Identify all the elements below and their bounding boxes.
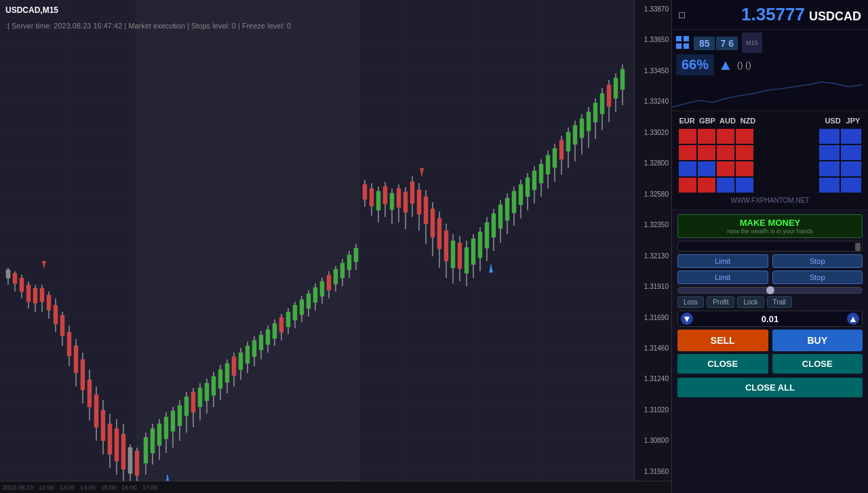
price-level: 1.33650 xyxy=(637,36,669,43)
stop-button-1[interactable]: Stop xyxy=(772,254,863,268)
svg-rect-168 xyxy=(465,248,469,273)
svg-rect-78 xyxy=(171,411,175,431)
matrix-cell xyxy=(679,161,696,176)
lot-decrease-button[interactable]: ▼ xyxy=(681,313,693,325)
svg-rect-88 xyxy=(205,383,209,401)
svg-rect-62 xyxy=(121,434,125,469)
svg-rect-98 xyxy=(239,353,243,370)
tp-slider[interactable] xyxy=(677,287,863,294)
matrix-cell xyxy=(841,178,861,193)
lot-size-row: ▼ 0.01 ▲ xyxy=(677,311,863,327)
profit-button[interactable]: Profit xyxy=(707,296,734,308)
limit-button-1[interactable]: Limit xyxy=(677,254,768,268)
buy-button[interactable]: BUY xyxy=(772,330,863,351)
svg-rect-178 xyxy=(498,205,502,229)
loss-button[interactable]: Loss xyxy=(677,296,704,308)
time-label-1: 2023.08.23 xyxy=(3,484,33,491)
svg-rect-174 xyxy=(485,222,489,248)
close-row: CLOSE CLOSE xyxy=(677,354,863,374)
svg-rect-102 xyxy=(252,340,256,357)
curr-label-aud: AUD xyxy=(719,117,736,125)
matrix-cell xyxy=(698,161,715,176)
matrix-cell xyxy=(841,145,861,160)
svg-rect-148 xyxy=(397,189,401,208)
svg-rect-142 xyxy=(376,191,380,210)
matrix-cell xyxy=(679,129,696,144)
svg-rect-92 xyxy=(218,370,222,389)
order-row-2: Limit Stop xyxy=(677,271,863,284)
time-axis: 2023.08.23 12:00 13:00 14:00 15:00 16:00… xyxy=(0,481,671,493)
stop-button-2[interactable]: Stop xyxy=(772,271,863,284)
matrix-cell xyxy=(736,129,753,144)
svg-rect-192 xyxy=(546,155,550,174)
bid-value: 85 xyxy=(694,37,715,50)
lock-button[interactable]: Lock xyxy=(737,296,764,308)
svg-rect-34 xyxy=(33,288,37,303)
svg-rect-140 xyxy=(370,189,374,206)
svg-rect-160 xyxy=(437,218,441,249)
price-level: 1.33240 xyxy=(637,98,669,105)
svg-rect-124 xyxy=(327,275,331,290)
limit-button-2[interactable]: Limit xyxy=(677,271,768,284)
scroll-area[interactable] xyxy=(677,241,863,252)
price-level: 1.30800 xyxy=(637,437,669,444)
svg-rect-74 xyxy=(157,424,161,446)
svg-rect-162 xyxy=(444,231,448,261)
svg-rect-172 xyxy=(478,232,482,258)
svg-rect-176 xyxy=(492,214,496,237)
svg-rect-214 xyxy=(620,69,625,90)
svg-rect-208 xyxy=(600,94,604,114)
svg-rect-94 xyxy=(225,363,229,382)
price-level: 1.31240 xyxy=(637,375,669,382)
matrix-cell xyxy=(698,145,715,160)
svg-rect-150 xyxy=(403,192,408,212)
matrix-cell xyxy=(841,129,861,144)
price-level: 1.31910 xyxy=(637,283,669,290)
sell-button[interactable]: SELL xyxy=(677,330,768,351)
svg-rect-132 xyxy=(354,248,358,262)
maximize-icon[interactable]: □ xyxy=(679,9,684,20)
matrix-cell xyxy=(717,129,734,144)
svg-rect-54 xyxy=(94,395,98,427)
close-all-button[interactable]: CLOSE ALL xyxy=(677,378,863,397)
svg-rect-198 xyxy=(566,132,570,151)
matrix-cell xyxy=(717,178,734,193)
svg-rect-196 xyxy=(559,140,564,159)
curr-label-eur: EUR xyxy=(679,117,695,125)
bid-ask-grid: 85 7 6 xyxy=(694,37,738,50)
ask-value: 7 6 xyxy=(716,37,737,50)
trail-button[interactable]: Trail xyxy=(767,296,792,308)
svg-rect-112 xyxy=(286,312,290,327)
curr-label-jpy: JPY xyxy=(845,117,861,125)
close-button-1[interactable]: CLOSE xyxy=(677,354,768,374)
candlestick-chart xyxy=(0,0,631,493)
chart-title: USDCAD,M15 xyxy=(5,5,58,15)
matrix-cell xyxy=(819,145,840,160)
svg-rect-194 xyxy=(553,149,557,167)
time-label-6: 16:00 xyxy=(121,484,137,491)
close-button-2[interactable]: CLOSE xyxy=(772,354,863,374)
main-price: 1.35777 xyxy=(741,4,805,25)
svg-rect-80 xyxy=(178,406,182,426)
svg-rect-40 xyxy=(47,295,51,310)
time-label-7: 17:00 xyxy=(142,484,158,491)
matrix-cell xyxy=(819,161,840,176)
make-money-subtitle: Now the wealth is in your hands xyxy=(684,228,856,235)
svg-rect-58 xyxy=(108,424,112,454)
svg-rect-154 xyxy=(417,190,421,214)
svg-rect-158 xyxy=(431,209,435,237)
svg-rect-104 xyxy=(259,335,263,350)
svg-rect-114 xyxy=(293,305,297,320)
svg-rect-200 xyxy=(573,125,577,144)
slider-row xyxy=(677,287,863,294)
lot-increase-button[interactable]: ▲ xyxy=(847,313,859,325)
price-level: 1.33450 xyxy=(637,67,669,75)
svg-rect-84 xyxy=(191,392,195,412)
svg-rect-24 xyxy=(136,0,359,493)
svg-rect-26 xyxy=(6,270,10,278)
svg-rect-122 xyxy=(320,281,324,296)
left-currency-group: EUR GBP AUD NZD xyxy=(679,117,756,125)
svg-rect-184 xyxy=(519,184,523,205)
matrix-cell xyxy=(819,178,840,193)
svg-rect-100 xyxy=(245,346,250,363)
